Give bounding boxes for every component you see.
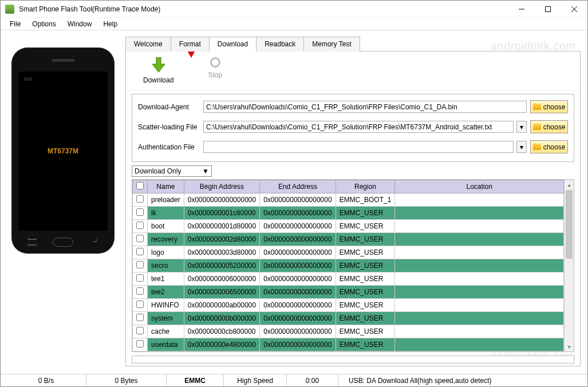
close-button[interactable] [561, 1, 587, 18]
cell-name: recovery [148, 233, 184, 246]
row-checkbox[interactable] [136, 301, 144, 308]
title-bar: Smart Phone Flash Tool(Runtime Trace Mod… [1, 1, 587, 18]
table-row[interactable]: tee10x00000000060000000x0000000000000000… [133, 273, 564, 286]
cell-begin: 0x000000000b000000 [184, 312, 259, 325]
table-row[interactable]: cache0x00000000cb8000000x000000000000000… [133, 325, 564, 338]
status-bytes: 0 Bytes [86, 374, 167, 386]
table-scrollbar[interactable]: ▴ ▾ [564, 180, 574, 352]
row-checkbox-cell [133, 273, 148, 286]
row-checkbox[interactable] [136, 235, 144, 242]
table-row[interactable]: lk0x0000000001c800000x0000000000000000EM… [133, 207, 564, 220]
cell-region: EMMC_USER [336, 259, 395, 273]
row-checkbox[interactable] [136, 248, 144, 255]
maximize-button[interactable] [535, 1, 561, 18]
cell-name: HWINFO [148, 299, 184, 312]
header-begin[interactable]: Begin Address [184, 180, 259, 194]
cell-region: EMMC_USER [336, 207, 395, 220]
row-checkbox[interactable] [136, 208, 144, 216]
row-checkbox-cell [133, 220, 148, 233]
row-checkbox-cell [133, 259, 148, 273]
menu-window[interactable]: Window [62, 19, 98, 29]
chevron-down-icon: ▾ [520, 143, 523, 151]
tab-format[interactable]: Format [171, 37, 210, 52]
row-checkbox[interactable] [136, 261, 144, 268]
download-agent-choose-button[interactable]: choose [530, 100, 568, 113]
header-location[interactable]: Location [395, 180, 564, 194]
table-row[interactable]: preloader0x00000000000000000x00000000000… [133, 194, 564, 207]
chevron-down-icon: ▼ [202, 167, 209, 175]
row-checkbox-cell [133, 194, 148, 207]
cell-location [395, 273, 564, 286]
choose-label: choose [543, 103, 566, 111]
scroll-thumb[interactable] [566, 190, 573, 259]
table-row[interactable]: system0x000000000b0000000x00000000000000… [133, 312, 564, 325]
partition-table-wrap: Name Begin Address End Address Region Lo… [132, 179, 574, 352]
minimize-button[interactable] [508, 1, 535, 18]
cell-region: EMMC_USER [336, 220, 395, 233]
menu-file[interactable]: File [4, 19, 26, 29]
row-checkbox-cell [133, 233, 148, 246]
auth-dropdown-button[interactable]: ▾ [516, 141, 527, 153]
table-row[interactable]: logo0x0000000003d800000x0000000000000000… [133, 246, 564, 259]
table-row[interactable]: secro0x00000000052000000x000000000000000… [133, 259, 564, 273]
row-checkbox[interactable] [136, 340, 144, 347]
table-row[interactable]: tee20x00000000065000000x0000000000000000… [133, 286, 564, 299]
menu-options[interactable]: Options [26, 19, 61, 29]
cell-begin: 0x0000000006000000 [184, 273, 259, 286]
row-checkbox[interactable] [136, 274, 144, 282]
tab-download[interactable]: Download [209, 37, 256, 52]
download-mode-select[interactable]: Download Only ▼ [132, 165, 212, 177]
tab-memory-test[interactable]: Memory Test [303, 37, 360, 52]
cell-region: EMMC_USER [336, 299, 395, 312]
row-checkbox[interactable] [136, 287, 144, 295]
auth-file-field[interactable] [203, 141, 514, 153]
table-header-row: Name Begin Address End Address Region Lo… [133, 180, 564, 194]
cell-end: 0x0000000000000000 [260, 194, 336, 207]
select-all-checkbox[interactable] [136, 182, 144, 189]
scatter-file-field[interactable] [203, 121, 514, 133]
stop-button[interactable]: Stop [208, 57, 222, 84]
cell-end: 0x0000000000000000 [260, 273, 336, 286]
row-checkbox-cell [133, 338, 148, 352]
sidebar: BM MT6737M ⤶ [1, 30, 125, 374]
row-checkbox[interactable] [136, 314, 144, 321]
cell-region: EMMC_USER [336, 325, 395, 338]
scatter-dropdown-button[interactable]: ▾ [516, 121, 527, 133]
cell-name: tee1 [148, 273, 184, 286]
cell-begin: 0x0000000001d80000 [184, 220, 259, 233]
minimize-icon [519, 6, 524, 12]
header-end[interactable]: End Address [260, 180, 336, 194]
table-row[interactable]: recovery0x0000000002d800000x000000000000… [133, 233, 564, 246]
scroll-down-icon[interactable]: ▾ [565, 342, 574, 352]
scatter-choose-button[interactable]: choose [530, 120, 568, 133]
header-name[interactable]: Name [148, 180, 184, 194]
cell-name: preloader [148, 194, 184, 207]
tab-content: Download Stop Download-Agent choose [125, 52, 581, 366]
table-row[interactable]: boot0x0000000001d800000x0000000000000000… [133, 220, 564, 233]
scroll-up-icon[interactable]: ▴ [565, 180, 574, 189]
download-agent-row: Download-Agent choose [138, 100, 568, 113]
row-checkbox-cell [133, 246, 148, 259]
table-row[interactable]: userdata0x00000000e48000000x000000000000… [133, 338, 564, 352]
status-storage: EMMC [167, 374, 224, 386]
row-checkbox[interactable] [136, 327, 144, 334]
main-area: BM MT6737M ⤶ Welcome Format Download Rea… [1, 30, 587, 374]
stop-button-label: Stop [208, 71, 222, 79]
cell-location [395, 299, 564, 312]
tab-welcome[interactable]: Welcome [125, 37, 171, 52]
window-title: Smart Phone Flash Tool(Runtime Trace Mod… [19, 5, 508, 13]
cell-name: system [148, 312, 184, 325]
header-region[interactable]: Region [336, 180, 395, 194]
download-agent-field[interactable] [203, 101, 527, 113]
menu-help[interactable]: Help [97, 19, 123, 29]
download-button[interactable]: Download [143, 57, 173, 84]
auth-choose-button[interactable]: choose [530, 140, 568, 153]
cell-location [395, 312, 564, 325]
table-row[interactable]: HWINFO0x000000000ab000000x00000000000000… [133, 299, 564, 312]
phone-screen: MT6737M [18, 72, 108, 231]
phone-earpiece-icon [52, 59, 74, 62]
tab-readback[interactable]: Readback [256, 37, 304, 52]
row-checkbox[interactable] [136, 195, 144, 203]
svg-rect-1 [546, 6, 551, 11]
row-checkbox[interactable] [136, 222, 144, 229]
